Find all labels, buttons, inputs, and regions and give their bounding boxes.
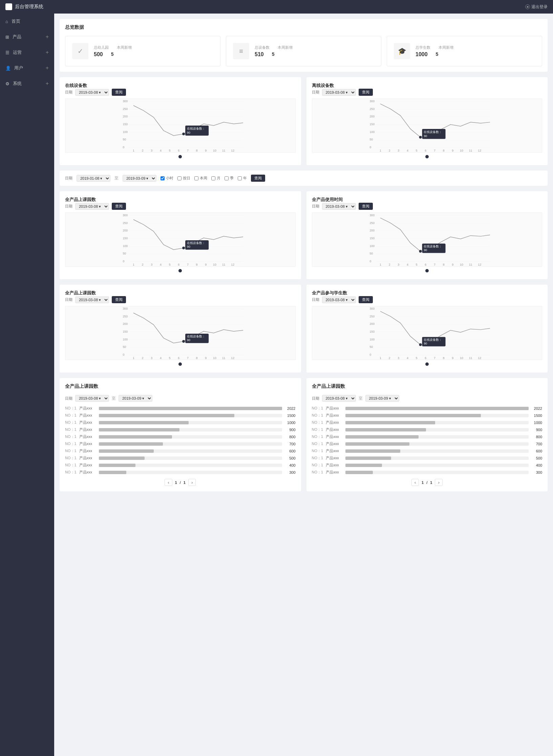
list-item: NO：1 产品xxx 400 (312, 463, 543, 468)
offline-query-button[interactable]: 查阅 (359, 89, 373, 96)
user-icon: 👤 (5, 66, 11, 71)
pl2-chart-svg: 300 250 200 150 100 50 0 (65, 306, 296, 360)
gear-icon: ⚙ (5, 81, 9, 86)
offline-chart-svg: 300 250 200 150 100 50 0 (312, 98, 543, 153)
bar-left-list: NO：1 产品xxx 2022 NO：1 产品xxx 1500 NO：1 产品x… (65, 406, 296, 475)
svg-text:90: 90 (187, 131, 190, 134)
ps-query-button[interactable]: 查阅 (359, 296, 373, 303)
checkbox-week[interactable] (194, 176, 198, 180)
pl1-query-button[interactable]: 查阅 (112, 203, 126, 210)
logout-button[interactable]: ✕ 退出登录 (525, 4, 548, 10)
svg-text:2: 2 (142, 263, 144, 266)
svg-text:12: 12 (231, 149, 234, 152)
sidebar-item-home[interactable]: ⌂ 首页 (0, 14, 54, 29)
list-item: NO：1 产品xxx 900 (312, 427, 543, 432)
checkbox-month[interactable] (211, 176, 215, 180)
next-page-left[interactable]: › (188, 479, 196, 486)
pu-date-select[interactable]: 2019-03-08 ▾ (322, 203, 356, 210)
br-date-from[interactable]: 2019-03-08 ▾ (322, 395, 356, 402)
checkbox-hour[interactable] (161, 176, 165, 180)
svg-text:50: 50 (369, 138, 373, 141)
bl-date-from[interactable]: 2019-03-08 ▾ (75, 395, 109, 402)
svg-text:200: 200 (123, 322, 128, 326)
svg-text:7: 7 (187, 263, 189, 266)
pl2-dot (178, 362, 182, 366)
svg-text:9: 9 (452, 263, 453, 266)
label-new-devices: 本周新增 (278, 45, 293, 50)
kindergarten-icon: ✓ (72, 43, 88, 59)
svg-text:8: 8 (196, 356, 198, 360)
header: 后台管理系统 ✕ 退出登录 (0, 0, 553, 14)
label-total-kindergarten: 总幼儿园 (94, 45, 109, 50)
svg-text:7: 7 (187, 149, 189, 152)
offline-date-select[interactable]: 2019-03-08 ▾ (322, 89, 356, 96)
checkbox-quarter[interactable] (225, 176, 229, 180)
prev-page-right[interactable]: ‹ (411, 479, 419, 486)
svg-text:在线设备数：: 在线设备数： (187, 241, 205, 245)
svg-text:11: 11 (222, 263, 226, 266)
svg-text:10: 10 (460, 356, 463, 360)
sidebar-label-product: 产品 (13, 34, 21, 40)
pl2-date-select[interactable]: 2019-03-08 ▾ (75, 296, 109, 303)
app-body: ⌂ 首页 ⊞ 产品 + ☰ 运营 + 👤 用户 + (0, 14, 553, 756)
product-charts-row-1: 全产品上课园数 日期 2019-03-08 ▾ 查阅 300 250 200 1… (60, 191, 548, 279)
svg-text:200: 200 (369, 229, 375, 232)
svg-text:6: 6 (425, 356, 426, 360)
sidebar-item-product[interactable]: ⊞ 产品 + (0, 29, 54, 45)
next-page-right[interactable]: › (435, 479, 442, 486)
filter-month: 月 (211, 176, 220, 181)
svg-text:11: 11 (222, 149, 226, 152)
svg-text:2: 2 (388, 149, 390, 152)
bar-left-pagination: ‹ 1 / 1 › (65, 479, 296, 486)
list-item: NO：1 产品xxx 500 (65, 455, 296, 461)
svg-text:150: 150 (369, 330, 375, 333)
online-chart-svg: 300 250 200 150 100 50 0 (65, 98, 296, 153)
svg-point-164 (419, 343, 422, 346)
filter-hour: 小时 (161, 176, 173, 181)
stat-card-devices: ≡ 总设备数 本周新增 510 5 (226, 36, 381, 66)
svg-text:250: 250 (123, 107, 128, 111)
list-item: NO：1 产品xxx 500 (312, 455, 543, 461)
br-to-label: 至 (359, 396, 363, 401)
svg-text:6: 6 (178, 263, 179, 266)
svg-text:5: 5 (169, 263, 171, 266)
svg-text:10: 10 (213, 149, 216, 152)
list-item: NO：1 产品xxx 800 (65, 434, 296, 439)
value-new-students: 5 (436, 51, 439, 58)
summary-section: 总览数据 ✓ 总幼儿园 本周新增 500 5 (60, 19, 548, 72)
svg-text:200: 200 (123, 115, 128, 118)
br-date-to[interactable]: 2019-03-09 ▾ (365, 395, 399, 402)
svg-text:7: 7 (434, 356, 435, 360)
sidebar-item-system[interactable]: ⚙ 系统 + (0, 76, 54, 91)
sidebar-item-operations[interactable]: ☰ 运营 + (0, 45, 54, 60)
svg-text:6: 6 (178, 149, 179, 152)
sidebar-label-home: 首页 (12, 18, 20, 24)
offline-chart-title: 离线设备数 (312, 83, 543, 89)
list-item: NO：1 产品xxx 400 (65, 463, 296, 468)
svg-text:12: 12 (478, 356, 481, 360)
sidebar-item-users[interactable]: 👤 用户 + (0, 60, 54, 76)
svg-text:200: 200 (369, 322, 375, 326)
list-item: NO：1 产品xxx 600 (312, 448, 543, 453)
filter-query-button[interactable]: 查阅 (251, 175, 265, 182)
svg-text:12: 12 (231, 263, 234, 266)
svg-text:1: 1 (380, 263, 381, 266)
online-query-button[interactable]: 查阅 (112, 89, 126, 96)
online-date-label: 日期 (65, 90, 72, 95)
bl-date-to[interactable]: 2019-03-09 ▾ (119, 395, 152, 402)
product-charts-row-2: 全产品上课园数 日期 2019-03-08 ▾ 查阅 300 250 200 1… (60, 285, 548, 373)
svg-text:在线设备数：: 在线设备数： (424, 130, 442, 134)
ps-date-select[interactable]: 2019-03-08 ▾ (322, 296, 356, 303)
online-date-select[interactable]: 2019-03-08 ▾ (75, 89, 109, 96)
prev-page-left[interactable]: ‹ (165, 479, 172, 486)
bl-date-label: 日期 (65, 396, 72, 401)
pu-query-button[interactable]: 查阅 (359, 203, 373, 210)
list-item: NO：1 产品xxx 300 (65, 470, 296, 475)
checkbox-year[interactable] (238, 176, 242, 180)
filter-date-to[interactable]: 2019-03-09 ▾ (123, 175, 156, 182)
checkbox-day[interactable] (177, 176, 182, 180)
svg-text:0: 0 (123, 146, 124, 149)
pl2-query-button[interactable]: 查阅 (112, 296, 126, 303)
pl1-date-select[interactable]: 2019-03-08 ▾ (75, 203, 109, 210)
filter-date-from[interactable]: 2019-01-08 ▾ (77, 175, 110, 182)
